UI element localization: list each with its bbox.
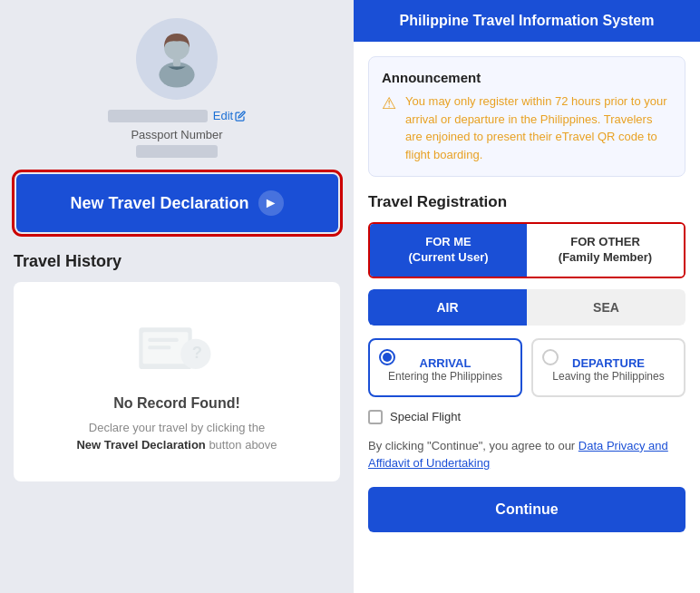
arrival-option[interactable]: ARRIVAL Entering the Philippines <box>368 338 522 397</box>
no-record-icon: ? <box>131 310 222 383</box>
transport-tabs: AIR SEA <box>368 289 685 326</box>
avatar <box>136 18 218 100</box>
travel-history-title: Travel History <box>14 252 340 271</box>
departure-option[interactable]: DEPARTURE Leaving the Philippines <box>531 338 685 397</box>
special-flight-label: Special Flight <box>390 410 461 423</box>
announcement-title: Announcement <box>382 70 672 85</box>
edit-label: Edit <box>213 109 233 122</box>
transport-air[interactable]: AIR <box>368 289 527 326</box>
registration-tabs: FOR ME(Current User) FOR OTHER(Family Me… <box>368 222 685 278</box>
continue-button[interactable]: Continue <box>368 487 685 532</box>
username-placeholder <box>108 110 208 122</box>
svg-rect-7 <box>148 337 178 341</box>
tab-for-other[interactable]: FOR OTHER(Family Member) <box>527 224 684 277</box>
passport-placeholder <box>136 145 218 158</box>
history-card: ? No Record Found! Declare your travel b… <box>14 282 340 481</box>
departure-sublabel: Leaving the Philippines <box>552 370 664 383</box>
app-title: Philippine Travel Information System <box>354 0 700 42</box>
arrival-sublabel: Entering the Philippines <box>388 370 502 383</box>
special-flight-checkbox[interactable] <box>368 410 383 424</box>
travel-options-row: ARRIVAL Entering the Philippines DEPARTU… <box>368 338 685 397</box>
announcement-text: You may only register within 72 hours pr… <box>405 92 672 163</box>
announcement-body: ⚠ You may only register within 72 hours … <box>382 92 672 163</box>
warning-icon: ⚠ <box>382 93 396 113</box>
tab-for-me[interactable]: FOR ME(Current User) <box>370 224 527 277</box>
privacy-text-before: By clicking "Continue", you agree to our <box>368 439 578 452</box>
no-record-title: No Record Found! <box>113 395 240 412</box>
no-record-desc: Declare your travel by clicking the New … <box>76 419 277 454</box>
right-panel: Philippine Travel Information System Ann… <box>354 0 700 593</box>
departure-label: DEPARTURE <box>572 356 645 370</box>
svg-rect-2 <box>173 59 180 66</box>
arrival-radio <box>379 349 395 365</box>
edit-icon <box>235 111 246 122</box>
radio-inner-dot <box>383 353 392 362</box>
svg-rect-8 <box>148 345 170 349</box>
transport-sea[interactable]: SEA <box>527 289 685 326</box>
new-travel-label: New Travel Declaration <box>70 194 248 213</box>
arrow-right-icon: ► <box>258 190 284 216</box>
departure-radio <box>542 349 559 365</box>
right-content: Announcement ⚠ You may only register wit… <box>354 42 700 593</box>
edit-row: Edit <box>108 109 246 122</box>
no-record-desc-highlight: New Travel Declaration <box>76 438 205 452</box>
edit-link[interactable]: Edit <box>213 109 246 122</box>
left-panel: Edit Passport Number New Travel Declarat… <box>0 0 354 593</box>
arrival-label: ARRIVAL <box>420 356 472 370</box>
announcement-box: Announcement ⚠ You may only register wit… <box>368 56 685 177</box>
no-record-desc-part1: Declare your travel by clicking the <box>89 421 265 434</box>
privacy-text: By clicking "Continue", you agree to our… <box>368 437 685 472</box>
new-travel-button[interactable]: New Travel Declaration ► <box>16 174 338 232</box>
no-record-desc-part2: button above <box>209 438 277 452</box>
svg-text:?: ? <box>192 343 202 362</box>
travel-registration-title: Travel Registration <box>368 193 685 211</box>
special-flight-row: Special Flight <box>368 410 685 424</box>
passport-label: Passport Number <box>131 128 222 141</box>
